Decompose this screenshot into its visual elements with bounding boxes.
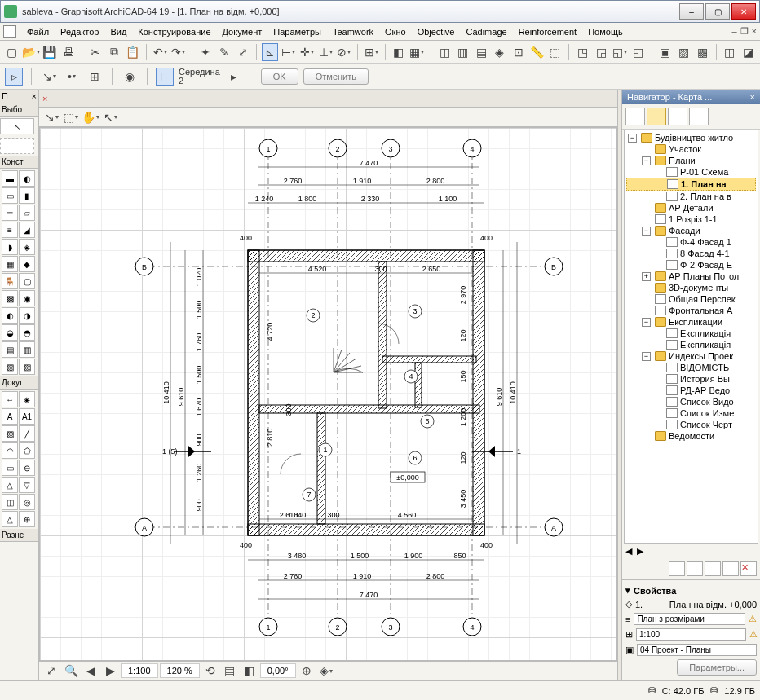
beam-tool[interactable]: ═ (2, 205, 18, 221)
zoom-extents-button[interactable]: ⤢ (42, 662, 60, 680)
t1-j[interactable]: ◱ (611, 43, 628, 61)
ie-tool[interactable]: ▽ (19, 477, 35, 493)
nav-btn-3[interactable] (705, 561, 721, 576)
vb-b[interactable]: ◧ (241, 662, 258, 680)
tree-item[interactable]: −Плани (626, 155, 756, 166)
slab-tool[interactable]: ▱ (19, 205, 35, 221)
vb-c[interactable]: ⊕ (298, 662, 316, 680)
t-extra1[interactable]: ◐ (2, 307, 18, 324)
menu-вид[interactable]: Вид (104, 25, 132, 38)
arc-tool[interactable]: ◠ (2, 442, 18, 459)
t1-h[interactable]: ◳ (574, 43, 591, 61)
tree-root[interactable]: − Будівництво житло (626, 132, 756, 143)
input-grid-button[interactable]: ⊞ (86, 68, 104, 86)
nav-scroll-right[interactable]: ▶ (637, 546, 643, 557)
mt-1[interactable]: ↘ (42, 108, 60, 126)
t1-n[interactable]: ▩ (694, 43, 711, 61)
prop-layer[interactable] (637, 644, 757, 656)
morph-tool[interactable]: ◆ (19, 256, 35, 272)
line-tool[interactable]: ╱ (19, 425, 35, 442)
input-point-button[interactable]: • (63, 68, 81, 86)
t1-o[interactable]: ◫ (722, 43, 739, 61)
nav-tab-publisher[interactable] (689, 108, 709, 125)
tree-item[interactable]: 8 Фасад 4-1 (626, 248, 756, 259)
t1-k[interactable]: ◰ (630, 43, 647, 61)
tree-item[interactable]: 1. План на (626, 178, 756, 191)
snap-int-button[interactable]: ✛ (298, 43, 316, 61)
tree-item[interactable]: Список Изме (626, 407, 756, 419)
tree-item[interactable]: 2. План на в (626, 191, 756, 202)
input-arrow-button[interactable]: ↘ (40, 68, 58, 86)
tree-item[interactable]: Ф-2 Фасад Е (626, 259, 756, 271)
menu-параметры[interactable]: Параметры (267, 25, 327, 38)
door-tool[interactable]: ◐ (19, 170, 35, 187)
tree-item[interactable]: 3D-документы (626, 282, 756, 293)
t1-b[interactable]: ▥ (454, 43, 471, 61)
skylight-tool[interactable]: ◈ (19, 239, 35, 255)
nav-btn-4[interactable] (722, 561, 739, 576)
t1-a[interactable]: ◫ (436, 43, 453, 61)
tree-item[interactable]: −Индексы Проек (626, 350, 756, 362)
pick-button[interactable]: ✦ (197, 43, 214, 61)
navigator-close-icon[interactable]: × (750, 92, 755, 102)
menu-конструирование[interactable]: Конструирование (132, 25, 216, 38)
tree-item[interactable]: Ф-4 Фасад 1 (626, 236, 756, 248)
menu-помощь[interactable]: Помощь (582, 25, 629, 38)
roof-tool[interactable]: ◢ (19, 222, 35, 238)
tree-item[interactable]: Експликація (626, 328, 756, 339)
tree-item[interactable]: Участок (626, 143, 756, 155)
nav-tab-project[interactable] (625, 108, 645, 125)
t-extra8[interactable]: ▨ (19, 359, 35, 375)
t1-c[interactable]: ▤ (473, 43, 490, 61)
scale-field[interactable]: 1:100 (121, 663, 158, 678)
detail-tool[interactable]: ◎ (19, 494, 35, 510)
poly-tool[interactable]: ⬠ (19, 442, 35, 459)
text-tool[interactable]: A (2, 408, 18, 425)
zoom-in-button[interactable]: 🔍 (62, 662, 80, 680)
tree-item[interactable]: Експликація (626, 339, 756, 350)
cancel-button[interactable]: Отменить (303, 68, 369, 85)
window-tool[interactable]: ▭ (2, 187, 18, 204)
menu-cadimage[interactable]: Cadimage (460, 25, 512, 38)
close-button[interactable]: ✕ (731, 3, 756, 20)
nav-btn-2[interactable] (687, 561, 703, 576)
zoom-next-button[interactable]: ▶ (101, 662, 119, 680)
tree-item[interactable]: ВІДОМІСТЬ (626, 362, 756, 373)
dim-tool[interactable]: ↔ (2, 391, 18, 407)
t1-p[interactable]: ◪ (740, 43, 757, 61)
input-guide-button[interactable]: ◉ (121, 68, 139, 86)
new-button[interactable]: ▢ (3, 43, 20, 61)
t1-g[interactable]: ⬚ (547, 43, 564, 61)
tree-item[interactable]: +АР Планы Потол (626, 271, 756, 282)
change-tool[interactable]: △ (2, 511, 18, 527)
tree-item[interactable]: Фронтальная А (626, 305, 756, 316)
elev-tool[interactable]: △ (2, 477, 18, 493)
orient-button[interactable]: ⟲ (201, 662, 219, 680)
tree-item[interactable]: 1 Розріз 1-1 (626, 214, 756, 225)
column-tool[interactable]: ▮ (19, 187, 35, 204)
t1-i[interactable]: ◲ (593, 43, 610, 61)
cursor-snap-button[interactable]: ▹ (5, 68, 23, 86)
t-extra3[interactable]: ◒ (2, 324, 18, 341)
menu-документ[interactable]: Документ (217, 25, 268, 38)
grid-tool[interactable]: ⊕ (19, 511, 35, 527)
toolbox-close-icon[interactable]: × (32, 91, 37, 101)
tree-item[interactable]: Общая Перспек (626, 293, 756, 305)
print-button[interactable]: 🖶 (60, 43, 77, 61)
t1-d[interactable]: ◈ (492, 43, 509, 61)
grid-button[interactable]: ⊞ (363, 43, 380, 61)
measure-button[interactable]: 📏 (528, 43, 546, 61)
vb-a[interactable]: ▤ (221, 662, 239, 680)
shell-tool[interactable]: ◗ (2, 239, 18, 255)
mesh-tool[interactable]: ▩ (2, 290, 18, 306)
object-tool[interactable]: 🪑 (2, 273, 18, 289)
worksheet-tool[interactable]: ◫ (2, 494, 18, 510)
navigator-tree[interactable]: − Будівництво житло Участок−ПланиР-01 Сх… (624, 130, 758, 544)
marquee-tool[interactable] (0, 138, 34, 154)
minimize-button[interactable]: – (679, 3, 704, 20)
t-extra4[interactable]: ◓ (19, 324, 35, 341)
level-tool[interactable]: ◈ (19, 391, 35, 407)
zone-tool[interactable]: ▢ (19, 273, 35, 289)
nav-tab-viewmap[interactable] (647, 108, 666, 125)
tree-item[interactable]: История Вы (626, 373, 756, 385)
